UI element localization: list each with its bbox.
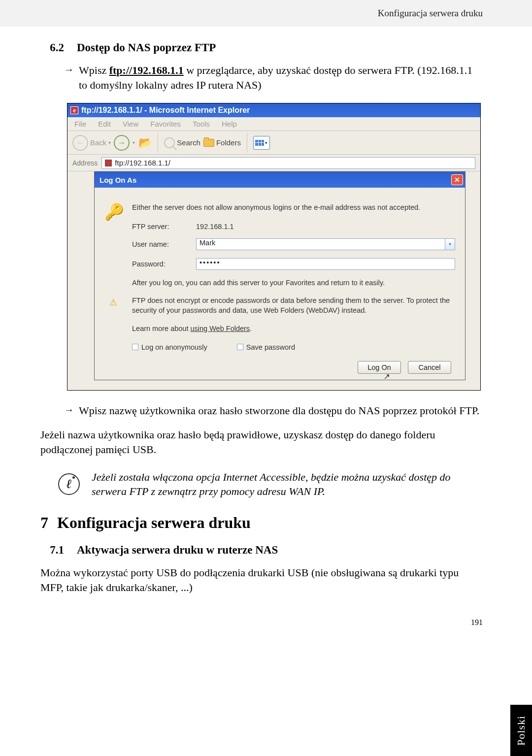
- username-label: User name:: [132, 240, 196, 248]
- heading-6-2: 6.2 Dostęp do NAS poprzez FTP: [40, 41, 483, 54]
- logon-dialog: Log On As ✕ 🔑 Either the server does not…: [94, 171, 466, 380]
- paragraph-success: Jeżeli nazwa użytkownika oraz hasło będą…: [40, 427, 483, 457]
- heading-title: Aktywacja serwera druku w ruterze NAS: [77, 544, 278, 557]
- password-label: Password:: [132, 260, 196, 268]
- menu-tools[interactable]: Tools: [193, 120, 210, 128]
- page-number: 191: [0, 618, 532, 627]
- dialog-titlebar: Log On As ✕: [95, 172, 465, 188]
- arrow-icon: →: [64, 63, 74, 92]
- running-header: Konfiguracja serwera druku: [0, 0, 532, 27]
- heading-title: Konfiguracja serwera druku: [57, 514, 251, 532]
- ftp-server-row: FTP server: 192.168.1.1: [132, 223, 455, 230]
- heading-7: 7 Konfiguracja serwera druku: [40, 514, 483, 532]
- heading-num: 7: [40, 514, 48, 532]
- arrow-icon: →: [64, 403, 74, 418]
- bullet-text: Wpisz ftp://192.168.1.1 w przeglądarce, …: [79, 63, 483, 92]
- menu-view[interactable]: View: [123, 120, 138, 128]
- menu-edit[interactable]: Edit: [98, 120, 111, 128]
- search-button[interactable]: Search: [164, 137, 200, 148]
- after-note: After you log on, you can add this serve…: [132, 278, 455, 288]
- save-password-checkbox[interactable]: Save password: [237, 343, 295, 351]
- keys-icon: 🔑: [104, 202, 124, 296]
- ie-window: e ftp://192.168.1.1/ - Microsoft Interne…: [67, 103, 481, 390]
- separator: [158, 133, 158, 153]
- ie-app-icon: e: [70, 106, 78, 114]
- callout-note: ℓ Jeżeli została włączona opcja Internet…: [58, 470, 483, 499]
- heading-num: 7.1: [40, 544, 64, 557]
- ie-addressbar: Address ftp://192.168.1.1/: [67, 155, 480, 171]
- separator: [247, 133, 247, 153]
- chevron-down-icon: ▾: [133, 140, 135, 145]
- checkbox-icon: [237, 344, 243, 350]
- menu-file[interactable]: File: [74, 120, 86, 128]
- bullet-text: Wpisz nazwę użytkownika oraz hasło stwor…: [79, 403, 479, 418]
- chevron-down-icon: ▾: [265, 140, 267, 145]
- menu-help[interactable]: Help: [222, 120, 237, 128]
- warning-text: FTP does not encrypt or encode passwords…: [132, 296, 455, 316]
- learn-more: Learn more about using Web Folders.: [132, 325, 455, 332]
- ie-toolbar: ← Back ▾ → ▾ 📂 Search Folders: [67, 131, 480, 155]
- paragraph-7-1: Można wykorzystać porty USB do podłączen…: [40, 565, 483, 594]
- views-icon: [255, 140, 264, 146]
- back-icon: ←: [72, 135, 88, 151]
- folder-up-icon[interactable]: 📂: [138, 136, 152, 150]
- folder-icon: [203, 139, 214, 147]
- ftp-link[interactable]: ftp://192.168.1.1: [109, 64, 184, 76]
- logon-button[interactable]: Log On: [358, 361, 401, 374]
- search-icon: [164, 137, 175, 148]
- close-button[interactable]: ✕: [451, 174, 463, 185]
- warning-icon: [104, 296, 124, 305]
- note-text: Jeżeli została włączona opcja Internet A…: [92, 470, 483, 499]
- ftp-server-value: 192.168.1.1: [196, 223, 234, 230]
- ie-title: ftp://192.168.1.1/ - Microsoft Internet …: [81, 106, 250, 115]
- views-button[interactable]: ▾: [253, 136, 270, 150]
- password-row: Password: ••••••: [132, 258, 455, 270]
- heading-7-1: 7.1 Aktywacja serwera druku w ruterze NA…: [40, 544, 483, 557]
- ie-titlebar: e ftp://192.168.1.1/ - Microsoft Interne…: [67, 103, 480, 117]
- username-row: User name: Mark ▾: [132, 238, 455, 250]
- username-chevron-down-icon[interactable]: ▾: [445, 238, 455, 250]
- address-input[interactable]: ftp://192.168.1.1/: [101, 157, 475, 169]
- ftp-server-label: FTP server:: [132, 223, 196, 230]
- site-icon: [105, 160, 112, 166]
- menu-favorites[interactable]: Favorites: [150, 120, 181, 128]
- address-value: ftp://192.168.1.1/: [115, 159, 170, 167]
- heading-num: 6.2: [40, 41, 64, 54]
- note-icon: ℓ: [58, 473, 80, 495]
- back-button[interactable]: ← Back ▾: [72, 135, 111, 151]
- cancel-button[interactable]: Cancel: [408, 361, 451, 374]
- bullet-1: → Wpisz ftp://192.168.1.1 w przeglądarce…: [64, 63, 483, 92]
- running-title: Konfiguracja serwera druku: [378, 8, 483, 19]
- dialog-title: Log On As: [100, 176, 136, 184]
- ie-menubar: File Edit View Favorites Tools Help: [67, 117, 480, 131]
- username-input[interactable]: Mark: [196, 238, 445, 250]
- folders-button[interactable]: Folders: [203, 138, 241, 147]
- forward-button[interactable]: →: [114, 135, 130, 151]
- bullet-2: → Wpisz nazwę użytkownika oraz hasło stw…: [64, 403, 483, 418]
- heading-title: Dostęp do NAS poprzez FTP: [77, 41, 216, 54]
- chevron-down-icon: ▾: [108, 140, 111, 145]
- address-label: Address: [72, 159, 98, 167]
- checkbox-icon: [132, 344, 138, 350]
- web-folders-link[interactable]: using Web Folders: [191, 325, 250, 332]
- dialog-message: Either the server does not allow anonymo…: [132, 202, 455, 212]
- anonymous-checkbox[interactable]: Log on anonymously: [132, 343, 207, 351]
- password-input[interactable]: ••••••: [196, 258, 455, 270]
